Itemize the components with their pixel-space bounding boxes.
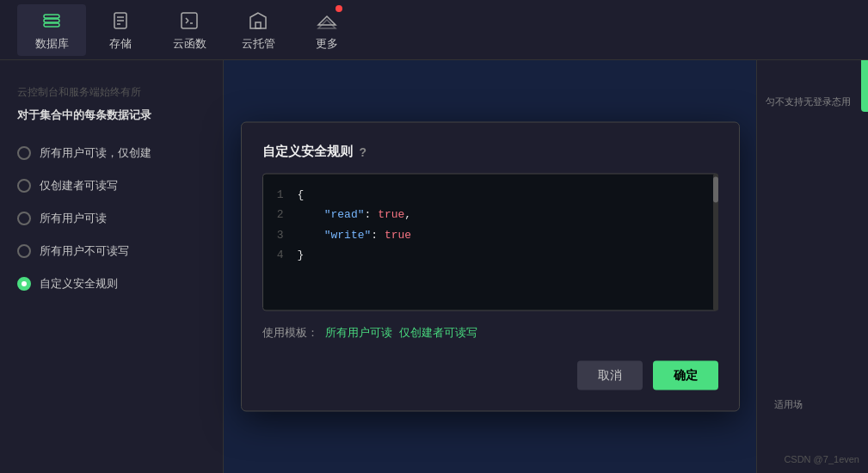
toolbar-label-cloudhosting: 云托管 xyxy=(242,36,275,52)
toolbar-label-cloudfunction: 云函数 xyxy=(173,36,206,52)
line-number-4: 4 xyxy=(263,245,298,265)
watermark: CSDN @7_1even xyxy=(784,454,859,464)
code-line-4: 4 } xyxy=(263,245,717,265)
toolbar-label-database: 数据库 xyxy=(35,36,69,52)
toolbar-item-more[interactable]: 更多 xyxy=(292,4,361,56)
cloudhosting-icon xyxy=(246,9,270,33)
svg-line-9 xyxy=(186,21,188,23)
notification-badge xyxy=(336,5,342,12)
code-scrollbar[interactable] xyxy=(713,174,718,311)
right-panel: 匀不支持无登录态用 适用场 CSDN @7_1even xyxy=(756,60,868,473)
code-key-write: "write" xyxy=(324,228,372,241)
radio-label-all-read: 所有用户可读，仅创建 xyxy=(40,145,151,161)
confirm-button[interactable]: 确定 xyxy=(653,361,718,390)
help-icon[interactable]: ? xyxy=(360,144,367,158)
svg-rect-1 xyxy=(44,19,59,22)
line-content-1: { xyxy=(298,185,717,205)
radio-creator-only xyxy=(17,179,31,193)
sidebar-item-all-readable[interactable]: 所有用户可读 xyxy=(0,202,223,235)
cloudfunction-icon xyxy=(177,9,201,33)
radio-label-none-readable: 所有用户不可读写 xyxy=(40,243,129,259)
radio-label-creator-only: 仅创建者可读写 xyxy=(40,178,118,194)
radio-custom xyxy=(17,277,31,291)
toolbar-label-storage: 存储 xyxy=(109,36,132,52)
database-icon xyxy=(40,9,64,33)
toolbar-label-more: 更多 xyxy=(316,36,338,52)
svg-rect-11 xyxy=(255,22,261,28)
more-icon xyxy=(315,9,339,33)
dialog-title-bar: 自定义安全规则 ? xyxy=(262,144,718,160)
line-content-4: } xyxy=(298,245,717,265)
right-panel-text1: 匀不支持无登录态用 xyxy=(757,86,868,119)
sidebar-item-creator-only[interactable]: 仅创建者可读写 xyxy=(0,169,223,202)
sidebar-description: 云控制台和服务端始终有所 xyxy=(0,77,223,108)
sidebar-item-all-read[interactable]: 所有用户可读，仅创建 xyxy=(0,137,223,169)
template-all-readable[interactable]: 所有用户可读 xyxy=(325,325,392,341)
right-panel-text2: 适用场 xyxy=(766,389,811,421)
code-key-read: "read" xyxy=(324,208,365,221)
line-number-3: 3 xyxy=(263,224,298,244)
templates-row: 使用模板： 所有用户可读 仅创建者可读写 xyxy=(262,325,718,341)
dialog-buttons: 取消 确定 xyxy=(262,361,718,390)
line-content-3: "write": true xyxy=(298,224,717,244)
toolbar: 数据库 存储 云函数 xyxy=(0,0,868,60)
svg-rect-2 xyxy=(44,23,59,27)
radio-none-readable xyxy=(17,244,31,258)
custom-rules-dialog: 自定义安全规则 ? 1 { 2 "read": true, xyxy=(241,122,740,412)
code-colon-write: : xyxy=(371,228,385,241)
code-editor[interactable]: 1 { 2 "read": true, 3 "write": true xyxy=(262,174,718,311)
right-panel-bar xyxy=(861,60,868,112)
sidebar-section-title: 对于集合中的每条数据记录 xyxy=(0,108,223,137)
dialog-area: 自定义安全规则 ? 1 { 2 "read": true, xyxy=(224,60,756,473)
toolbar-item-cloudhosting[interactable]: 云托管 xyxy=(224,4,292,56)
toolbar-item-cloudfunction[interactable]: 云函数 xyxy=(155,4,224,56)
template-creator-only[interactable]: 仅创建者可读写 xyxy=(399,325,477,341)
svg-marker-13 xyxy=(318,20,336,28)
storage-icon xyxy=(108,9,132,33)
code-line-3: 3 "write": true xyxy=(263,224,717,244)
templates-label: 使用模板： xyxy=(262,325,318,341)
code-scrollbar-thumb xyxy=(713,177,718,203)
sidebar: 云控制台和服务端始终有所 对于集合中的每条数据记录 所有用户可读，仅创建 仅创建… xyxy=(0,60,224,473)
sidebar-item-none-readable[interactable]: 所有用户不可读写 xyxy=(0,235,223,267)
toolbar-item-database[interactable]: 数据库 xyxy=(17,4,86,56)
code-value-write: true xyxy=(385,228,411,241)
svg-rect-0 xyxy=(44,15,59,18)
dialog-title-text: 自定义安全规则 xyxy=(262,144,353,160)
code-line-2: 2 "read": true, xyxy=(263,205,717,224)
toolbar-item-storage[interactable]: 存储 xyxy=(86,4,155,56)
code-line-1: 1 { xyxy=(263,185,717,205)
line-number-2: 2 xyxy=(263,205,298,224)
radio-all-readable xyxy=(17,212,31,225)
radio-label-all-readable: 所有用户可读 xyxy=(40,211,107,226)
sidebar-item-custom[interactable]: 自定义安全规则 xyxy=(0,267,223,300)
radio-all-read xyxy=(17,146,31,160)
radio-label-custom: 自定义安全规则 xyxy=(40,276,118,292)
code-editor-wrapper: 1 { 2 "read": true, 3 "write": true xyxy=(262,174,718,311)
main-content: 云控制台和服务端始终有所 对于集合中的每条数据记录 所有用户可读，仅创建 仅创建… xyxy=(0,60,868,473)
code-comma-read: , xyxy=(404,208,411,221)
cancel-button[interactable]: 取消 xyxy=(577,361,643,390)
code-colon-read: : xyxy=(365,208,379,221)
line-content-2: "read": true, xyxy=(298,205,717,224)
svg-rect-7 xyxy=(182,13,197,28)
code-value-read: true xyxy=(378,208,404,221)
svg-line-8 xyxy=(186,18,188,21)
line-number-1: 1 xyxy=(263,185,298,205)
